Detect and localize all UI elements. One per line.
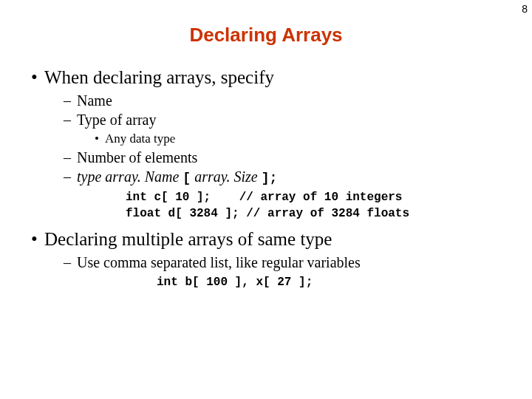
dash-icon: – <box>64 254 77 271</box>
bullet-level2: –Number of elements <box>64 149 510 166</box>
bullet-level2: –Use comma separated list, like regular … <box>64 254 510 271</box>
dash-icon: – <box>64 149 77 166</box>
code-line: float d[ 3284 ]; // array of 3284 floats <box>126 207 409 220</box>
bullet-text: Declaring multiple arrays of same type <box>44 229 332 249</box>
bullet-level2: –Type of array <box>64 112 510 129</box>
syntax-close-bracket: ]; <box>262 171 278 185</box>
syntax-arrname: array. Name <box>105 168 179 185</box>
bullet-text: Use comma separated list, like regular v… <box>77 254 361 270</box>
bullet-text: Any data type <box>105 132 175 146</box>
code-block: int c[ 10 ]; // array of 10 integers flo… <box>126 190 510 222</box>
dash-icon: – <box>64 112 77 129</box>
bullet-dot-icon: • <box>31 229 44 250</box>
code-line: int b[ 100 ], x[ 27 ]; <box>157 276 313 289</box>
bullet-level2-syntax: –type array. Name [ array. Size ]; <box>64 168 510 185</box>
code-line: int c[ 10 ]; // array of 10 integers <box>126 191 402 204</box>
slide-content: •When declaring arrays, specify –Name –T… <box>31 67 510 289</box>
dash-icon: – <box>64 168 77 185</box>
bullet-text: Number of elements <box>77 149 197 166</box>
bullet-text: Name <box>77 92 112 109</box>
page-number: 8 <box>522 3 528 15</box>
bullet-level3: •Any data type <box>95 132 510 146</box>
bullet-level1: •Declaring multiple arrays of same type <box>31 229 510 250</box>
bullet-level2: –Name <box>64 92 510 109</box>
syntax-size: array. Size <box>194 168 258 185</box>
bullet-text: Type of array <box>77 112 156 128</box>
bullet-text: When declaring arrays, specify <box>44 67 274 87</box>
slide-title: Declaring Arrays <box>0 24 532 47</box>
code-block: int b[ 100 ], x[ 27 ]; <box>157 276 510 289</box>
syntax-open-bracket: [ <box>183 171 191 185</box>
syntax-type: type <box>77 168 101 185</box>
bullet-dot-icon: • <box>95 132 105 146</box>
bullet-level1: •When declaring arrays, specify <box>31 67 510 88</box>
dash-icon: – <box>64 92 77 109</box>
bullet-dot-icon: • <box>31 67 44 88</box>
